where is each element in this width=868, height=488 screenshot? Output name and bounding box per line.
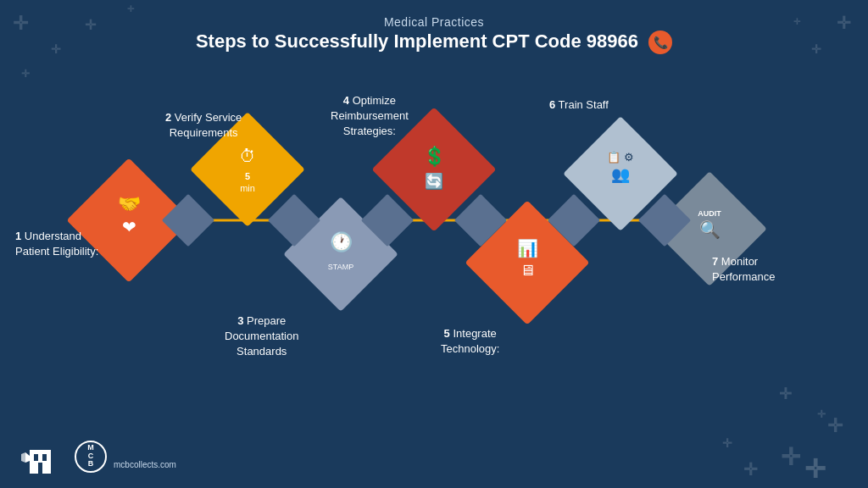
svg-text:📋 ⚙: 📋 ⚙ [607,150,634,164]
svg-text:AUDIT: AUDIT [698,209,721,218]
step-5-label: 5 IntegrateTechnology: [441,326,499,357]
svg-text:🤝: 🤝 [118,192,142,215]
svg-text:🔍: 🔍 [699,219,721,240]
svg-text:STAMP: STAMP [328,263,353,271]
svg-text:📊: 📊 [517,238,538,258]
svg-rect-31 [34,454,38,461]
page-subtitle: Medical Practices [0,15,868,29]
step-1-label: 1 UnderstandPatient Eligibility: [15,229,98,259]
page-title: Steps to Successfully Implement CPT Code… [0,30,868,54]
step-6-label: 6 Train Staff [549,97,609,113]
svg-text:5: 5 [245,171,250,181]
svg-marker-34 [25,452,30,463]
svg-text:🖥: 🖥 [520,262,535,279]
svg-marker-35 [21,452,25,463]
svg-rect-33 [38,463,42,474]
step-3-label: 3 PrepareDocumentationStandards [225,313,298,360]
mcb-circle-logo: M C B [75,441,107,473]
svg-text:min: min [240,183,255,193]
svg-text:🕐: 🕐 [330,230,353,253]
svg-text:⏱: ⏱ [239,147,256,165]
step-4-label: 4 OptimizeReimbursementStrategies: [331,93,409,140]
svg-text:💲: 💲 [423,145,447,168]
logo-building-icon [21,437,68,475]
step-7-label: 7 MonitorPerformance [712,254,775,285]
svg-text:🔄: 🔄 [425,172,444,191]
logo-url: mcbcollects.com [114,460,176,469]
svg-rect-32 [42,454,47,461]
svg-text:❤: ❤ [122,218,136,236]
step-2-label: 2 Verify ServiceRequirements [165,110,242,141]
logo-area: M C B mcbcollects.com [21,437,176,475]
svg-text:👥: 👥 [611,165,631,184]
phone-icon: 📞 [648,30,672,54]
